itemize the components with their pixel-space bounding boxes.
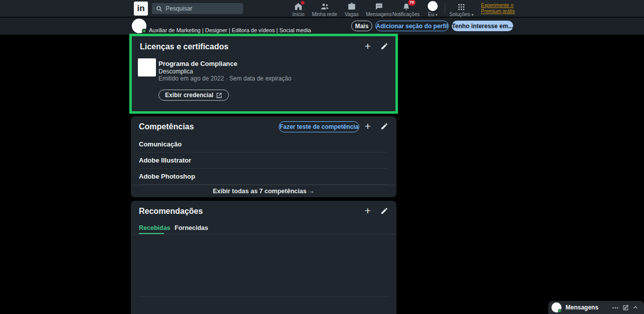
edit-licenses-button[interactable]	[378, 40, 390, 52]
nav-jobs-label: Vagas	[337, 12, 366, 17]
messaging-compose-button[interactable]	[621, 301, 630, 314]
license-name[interactable]: Programa de Compliance	[158, 60, 237, 67]
licenses-title: Licenças e certificados	[140, 42, 228, 51]
ellipsis-icon: ⋯	[612, 303, 619, 311]
nav-business-label: Soluções ▾	[447, 12, 476, 17]
tabs-divider	[131, 234, 396, 234]
linkedin-logo[interactable]: in	[134, 2, 148, 16]
tab-given[interactable]: Fornecidas	[175, 224, 208, 231]
nav-notifications[interactable]: 70 Notificações	[391, 2, 421, 17]
profile-sticky-header: Auxiliar de Marketing | Designer | Edito…	[0, 18, 644, 35]
online-status-dot	[558, 309, 561, 312]
search-icon	[156, 6, 163, 12]
license-issuer: Descomplica	[158, 68, 193, 75]
chat-icon	[374, 2, 383, 11]
plus-icon: +	[365, 121, 371, 131]
premium-upsell-link[interactable]: Experimente o Premium grátis	[481, 3, 515, 15]
caret-down-icon: ▾	[436, 13, 438, 17]
skill-quiz-button[interactable]: Fazer teste de competência	[279, 121, 359, 132]
nav-divider	[445, 3, 445, 15]
plus-icon: +	[365, 206, 371, 216]
skill-item[interactable]: Comunicação	[139, 136, 388, 152]
messaging-title: Mensagens	[566, 301, 598, 314]
pencil-icon	[380, 207, 388, 215]
nav-notifications-label: Notificações	[391, 12, 421, 17]
nav-messaging[interactable]: Mensagens	[364, 2, 393, 17]
caret-down-icon: ▾	[471, 13, 473, 17]
tab-received[interactable]: Recebidas	[139, 224, 171, 231]
skills-card: Competências Fazer teste de competência …	[131, 116, 396, 197]
skill-item[interactable]: Adobe Photoshop	[139, 169, 388, 185]
issuer-logo[interactable]	[138, 58, 156, 76]
nav-home-label: Início	[284, 12, 313, 17]
chevron-up-icon	[632, 304, 638, 310]
skills-title: Competências	[139, 122, 194, 131]
me-avatar	[428, 1, 438, 11]
nav-my-network-label: Minha rede	[310, 12, 339, 17]
add-license-button[interactable]: +	[362, 40, 374, 52]
top-navigation-bar: in Início Minha rede	[0, 0, 644, 17]
compose-icon	[622, 304, 629, 311]
more-button[interactable]: Mais	[351, 21, 372, 31]
messaging-dock[interactable]: Mensagens ⋯	[548, 301, 644, 314]
grid-icon	[457, 3, 465, 11]
online-status-dot	[142, 29, 146, 33]
add-skill-button[interactable]: +	[362, 120, 374, 132]
nav-jobs[interactable]: Vagas	[337, 2, 366, 17]
recommendations-title: Recomendações	[139, 207, 203, 216]
briefcase-icon	[347, 2, 356, 11]
profile-headline: Auxiliar de Marketing | Designer | Edito…	[149, 27, 311, 33]
search-bar[interactable]	[152, 3, 243, 14]
messaging-expand-button[interactable]	[631, 301, 640, 314]
nav-messaging-label: Mensagens	[364, 12, 393, 17]
nav-my-network[interactable]: Minha rede	[310, 2, 339, 17]
show-credential-button[interactable]: Exibir credencial	[158, 90, 229, 101]
home-notification-dot	[300, 1, 305, 5]
edit-skills-button[interactable]	[378, 120, 390, 132]
recommendations-divider	[139, 296, 388, 297]
edit-recommendations-button[interactable]	[378, 205, 390, 217]
licenses-card: Licenças e certificados + Programa de Co…	[132, 36, 395, 111]
notifications-badge: 70	[408, 0, 416, 6]
network-icon	[320, 2, 330, 11]
profile-avatar[interactable]	[132, 19, 146, 33]
messaging-more-button[interactable]: ⋯	[611, 301, 620, 314]
open-to-button[interactable]: Tenho interesse em...	[452, 21, 513, 31]
pencil-icon	[380, 122, 388, 130]
show-all-skills-button[interactable]: Exibir todas as 7 competências →	[131, 185, 396, 197]
recommendations-card: Recomendações + Recebidas Fornecidas	[131, 201, 396, 314]
license-issue-date: Emitido em ago de 2022 · Sem data de exp…	[158, 75, 291, 82]
plus-icon: +	[365, 41, 371, 51]
annotation-highlight-box: Licenças e certificados + Programa de Co…	[129, 34, 398, 114]
search-input[interactable]	[166, 5, 236, 12]
nav-business[interactable]: Soluções ▾	[447, 2, 476, 17]
add-recommendation-button[interactable]: +	[362, 205, 374, 217]
pencil-icon	[380, 42, 388, 50]
skill-item[interactable]: Adobe Illustrator	[139, 152, 388, 169]
external-link-icon	[216, 92, 222, 99]
nav-home[interactable]: Início	[284, 2, 313, 17]
nav-me-label: Eu ▾	[418, 12, 447, 17]
messaging-avatar	[551, 302, 561, 312]
nav-me[interactable]: Eu ▾	[418, 2, 447, 17]
add-profile-section-button[interactable]: Adicionar seção do perfil	[375, 21, 449, 31]
